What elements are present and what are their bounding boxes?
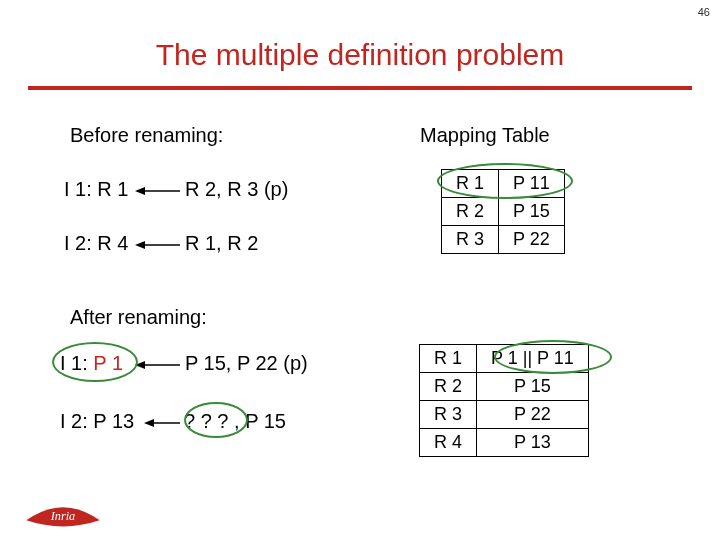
- after-i1-lhs: I 1: P 1: [60, 352, 123, 375]
- label-mapping-table: Mapping Table: [420, 124, 550, 147]
- logo-text: Inria: [50, 509, 75, 523]
- cell-r2: R 2: [420, 373, 477, 401]
- cell-p13: P 13: [477, 429, 589, 457]
- cell-p11: P 11: [499, 170, 565, 198]
- table-row: R 2 P 15: [442, 198, 565, 226]
- before-i1-rhs: R 2, R 3 (p): [185, 178, 288, 201]
- after-i2-rhs: ? ? ? , P 15: [184, 410, 286, 433]
- cell-p22: P 22: [499, 226, 565, 254]
- title-underline: [28, 86, 692, 90]
- cell-p22: P 22: [477, 401, 589, 429]
- arrow-icon: [135, 360, 180, 372]
- svg-marker-7: [144, 419, 154, 427]
- before-i1-lhs: I 1: R 1: [64, 178, 128, 201]
- svg-marker-1: [135, 187, 145, 195]
- table-row: R 4 P 13: [420, 429, 589, 457]
- arrow-icon: [135, 240, 180, 252]
- table-row: R 1 P 11: [442, 170, 565, 198]
- after-i1-p1: P 1: [93, 352, 123, 374]
- page-number: 46: [698, 6, 710, 18]
- table-row: R 1 P 1 || P 11: [420, 345, 589, 373]
- inria-logo: Inria: [24, 502, 102, 528]
- after-i1-prefix: I 1:: [60, 352, 93, 374]
- table-row: R 3 P 22: [442, 226, 565, 254]
- cell-r3: R 3: [420, 401, 477, 429]
- svg-marker-3: [135, 241, 145, 249]
- label-before-renaming: Before renaming:: [70, 124, 223, 147]
- cell-r2: R 2: [442, 198, 499, 226]
- after-i1-rhs: P 15, P 22 (p): [185, 352, 308, 375]
- label-after-renaming: After renaming:: [70, 306, 207, 329]
- cell-r3: R 3: [442, 226, 499, 254]
- cell-r4: R 4: [420, 429, 477, 457]
- cell-r1: R 1: [442, 170, 499, 198]
- mapping-table-after: R 1 P 1 || P 11 R 2 P 15 R 3 P 22 R 4 P …: [419, 344, 589, 457]
- table-row: R 3 P 22: [420, 401, 589, 429]
- after-i2-lhs: I 2: P 13: [60, 410, 134, 433]
- cell-r1: R 1: [420, 345, 477, 373]
- svg-marker-5: [135, 361, 145, 369]
- before-i2-lhs: I 2: R 4: [64, 232, 128, 255]
- table-row: R 2 P 15: [420, 373, 589, 401]
- arrow-icon: [135, 186, 180, 198]
- cell-p15: P 15: [499, 198, 565, 226]
- arrow-icon: [144, 418, 180, 430]
- before-i2-rhs: R 1, R 2: [185, 232, 258, 255]
- slide-title: The multiple definition problem: [0, 38, 720, 72]
- mapping-table-before: R 1 P 11 R 2 P 15 R 3 P 22: [441, 169, 565, 254]
- cell-p15: P 15: [477, 373, 589, 401]
- cell-p1-p11: P 1 || P 11: [477, 345, 589, 373]
